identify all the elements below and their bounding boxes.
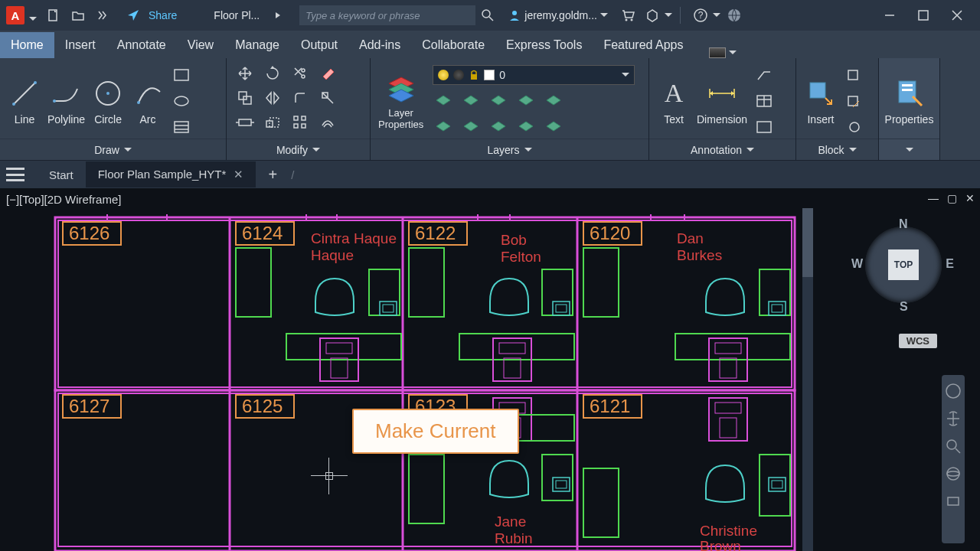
layer-tool-7[interactable] <box>460 116 482 137</box>
app-menu-dropdown[interactable] <box>29 11 37 19</box>
tool-mirror[interactable] <box>262 87 283 109</box>
tool-leader[interactable] <box>753 64 775 86</box>
share-label[interactable]: Share <box>149 9 177 21</box>
qat-more-icon[interactable] <box>95 8 110 23</box>
tool-insert-block[interactable]: Insert <box>804 77 838 126</box>
tool-stretch[interactable] <box>234 112 256 133</box>
tool-trim[interactable] <box>289 63 311 84</box>
tab-output[interactable]: Output <box>290 32 348 58</box>
layer-tool-3[interactable] <box>488 90 509 111</box>
layer-selector[interactable]: 0 <box>433 65 635 85</box>
tool-rectangle[interactable] <box>171 64 192 86</box>
tab-manage[interactable]: Manage <box>224 32 290 58</box>
close-button[interactable] <box>951 9 963 21</box>
tool-create-block[interactable] <box>844 64 865 86</box>
search-icon[interactable] <box>480 8 495 23</box>
tool-ellipse[interactable] <box>171 90 192 112</box>
tool-array[interactable] <box>289 112 311 133</box>
layer-tool-1[interactable] <box>433 90 454 111</box>
tool-copy[interactable] <box>234 87 256 109</box>
viewcube[interactable]: TOP N S E W <box>858 219 949 311</box>
layer-tool-8[interactable] <box>488 116 509 137</box>
tab-view[interactable]: View <box>177 32 224 58</box>
tab-addins[interactable]: Add-ins <box>348 32 411 58</box>
layer-tool-9[interactable] <box>515 116 537 137</box>
layer-tool-2[interactable] <box>460 90 482 111</box>
nav-orbit-icon[interactable] <box>945 465 962 482</box>
new-tab-button[interactable]: + <box>262 164 283 185</box>
panel-label-layers[interactable]: Layers <box>371 139 648 160</box>
panel-label-modify[interactable]: Modify <box>227 139 370 160</box>
vp-maximize-icon[interactable]: ▢ <box>946 193 957 204</box>
drawing-viewport[interactable]: [−][Top][2D Wireframe] — ▢ ✕ 6126 6124 6… <box>0 188 980 551</box>
user-menu[interactable]: jeremy.goldm... <box>508 8 608 22</box>
viewcube-south[interactable]: S <box>900 300 908 314</box>
tool-circle[interactable]: Circle <box>91 77 125 126</box>
nav-zoom-icon[interactable] <box>945 438 962 455</box>
new-file-icon[interactable] <box>46 8 61 23</box>
close-tab-icon[interactable]: ✕ <box>234 168 243 181</box>
tool-dimension[interactable]: Dimension <box>697 77 747 126</box>
app-logo[interactable]: A <box>6 6 24 24</box>
viewport-label[interactable]: [−][Top][2D Wireframe] <box>6 193 121 206</box>
panel-label-annotation[interactable]: Annotation <box>649 139 795 160</box>
panel-label-props[interactable] <box>879 139 939 160</box>
tool-move[interactable] <box>234 63 256 84</box>
drawing-canvas[interactable]: 6126 6124 6122 6120 6127 6125 6123 6121 … <box>0 208 808 551</box>
tool-table[interactable] <box>753 90 775 112</box>
tool-layer-properties[interactable]: Layer Properties <box>378 71 423 130</box>
vp-minimize-icon[interactable]: — <box>928 193 939 204</box>
layer-tool-5[interactable] <box>543 90 564 111</box>
layer-tool-6[interactable] <box>433 116 454 137</box>
workspace-switcher[interactable] <box>709 47 737 58</box>
wcs-badge[interactable]: WCS <box>899 334 937 348</box>
help-icon[interactable]: ? <box>693 8 708 23</box>
cart-icon[interactable] <box>620 8 635 23</box>
tool-properties[interactable]: Properties <box>885 77 934 126</box>
chevron-down-icon[interactable] <box>665 13 672 18</box>
tab-collaborate[interactable]: Collaborate <box>411 32 495 58</box>
viewcube-north[interactable]: N <box>899 217 908 231</box>
minimize-button[interactable] <box>884 9 896 21</box>
tool-hatch[interactable] <box>171 116 192 138</box>
tool-scale[interactable] <box>262 112 283 133</box>
file-tabs-menu-icon[interactable] <box>6 168 24 181</box>
tool-fillet[interactable] <box>289 87 311 109</box>
chevron-down-icon[interactable] <box>713 13 720 18</box>
tool-rotate[interactable] <box>262 63 283 84</box>
tool-line[interactable]: Line <box>8 77 41 126</box>
vp-close-icon[interactable]: ✕ <box>965 193 975 204</box>
doc-title-more-icon[interactable] <box>270 8 286 23</box>
nav-showmotion-icon[interactable] <box>945 493 962 510</box>
app-store-icon[interactable] <box>645 8 660 23</box>
tab-featured[interactable]: Featured Apps <box>593 32 694 58</box>
doc-tab-start[interactable]: Start <box>37 162 86 187</box>
tool-explode[interactable] <box>317 87 338 109</box>
viewcube-east[interactable]: E <box>946 257 954 271</box>
layer-tool-4[interactable] <box>515 90 537 111</box>
viewcube-west[interactable]: W <box>851 257 863 271</box>
tool-offset[interactable] <box>317 112 338 133</box>
tab-annotate[interactable]: Annotate <box>106 32 177 58</box>
tool-attribute[interactable] <box>844 116 865 138</box>
maximize-button[interactable] <box>917 9 929 21</box>
nav-wheel-icon[interactable] <box>945 383 962 399</box>
panel-label-block[interactable]: Block <box>796 139 878 160</box>
tool-arc[interactable]: Arc <box>131 77 165 126</box>
globe-icon[interactable] <box>727 8 742 23</box>
tab-insert[interactable]: Insert <box>54 32 106 58</box>
doc-tab-file[interactable]: Floor Plan Sample_HYT*✕ <box>86 161 256 187</box>
nav-pan-icon[interactable] <box>945 410 962 427</box>
search-input[interactable]: Type a keyword or phrase <box>299 5 475 25</box>
vertical-scrollbar[interactable] <box>802 208 813 551</box>
scrollbar-thumb[interactable] <box>802 208 813 277</box>
tab-home[interactable]: Home <box>0 32 54 58</box>
tool-edit-block[interactable] <box>844 90 865 112</box>
tool-mtext[interactable] <box>753 116 775 138</box>
share-icon[interactable] <box>126 8 141 23</box>
layer-tool-10[interactable] <box>543 116 564 137</box>
tool-text[interactable]: AText <box>657 77 691 126</box>
tool-polyline[interactable]: Polyline <box>47 77 85 126</box>
viewcube-top[interactable]: TOP <box>888 249 919 280</box>
tool-erase[interactable] <box>317 63 338 84</box>
